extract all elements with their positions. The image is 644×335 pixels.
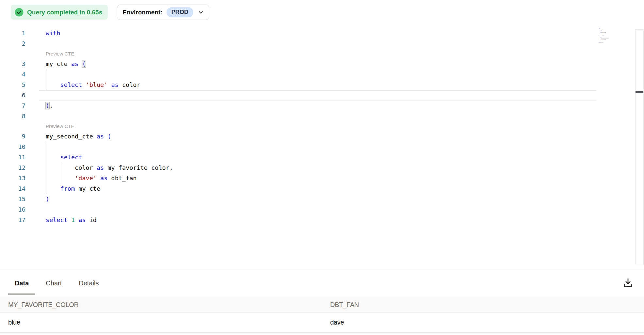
code-line-text: ), bbox=[46, 101, 53, 111]
line-number: 4 bbox=[0, 69, 39, 80]
code-line-text: ), bbox=[599, 34, 600, 34]
code-line-text: my_cte as ( bbox=[599, 30, 602, 31]
line-number: 10 bbox=[0, 142, 39, 152]
code-line[interactable]: 1with bbox=[0, 28, 644, 39]
code-line-text: my_second_cte as ( bbox=[46, 131, 111, 142]
table-row[interactable]: bluedave bbox=[0, 312, 644, 333]
code-line[interactable]: 8 bbox=[0, 111, 644, 121]
results-tab-bar: DataChartDetails bbox=[0, 269, 644, 297]
tab-data[interactable]: Data bbox=[8, 269, 35, 297]
results-table-body: bluedave bbox=[0, 312, 644, 333]
code-lines: 1with2Preview CTE3my_cte as (45 select '… bbox=[0, 24, 644, 225]
code-line[interactable]: 12 color as my_favorite_color, bbox=[0, 163, 644, 173]
line-number: 14 bbox=[0, 183, 39, 194]
code-line[interactable]: 11 select bbox=[0, 152, 644, 163]
code-line[interactable]: 5 select 'blue' as color bbox=[0, 80, 644, 90]
chevron-down-icon bbox=[198, 9, 204, 15]
line-number: 5 bbox=[0, 80, 39, 90]
line-number: 16 bbox=[0, 204, 39, 215]
results-table-header: MY_FAVORITE_COLORDBT_FAN bbox=[0, 297, 644, 312]
code-editor[interactable]: 1with2Preview CTE3my_cte as (45 select '… bbox=[0, 24, 644, 269]
environment-label: Environment: bbox=[122, 9, 162, 16]
minimap[interactable]: withPreview CTEmy_cte as ( select 'blue'… bbox=[599, 28, 635, 67]
code-line[interactable]: 6 bbox=[0, 90, 644, 101]
code-line-text: select bbox=[46, 152, 82, 163]
code-line-text: 'dave' as dbt_fan bbox=[46, 173, 137, 183]
table-cell: dave bbox=[322, 319, 644, 326]
code-line[interactable]: 15) bbox=[0, 194, 644, 204]
topbar: Query completed in 0.65s Environment: PR… bbox=[0, 0, 644, 24]
environment-value-badge: PROD bbox=[167, 7, 193, 17]
tab-chart[interactable]: Chart bbox=[39, 269, 68, 297]
query-status-badge: Query completed in 0.65s bbox=[11, 5, 108, 20]
line-number: 2 bbox=[0, 39, 39, 49]
code-line[interactable]: 9my_second_cte as ( bbox=[0, 131, 644, 142]
code-line[interactable]: 17select 1 as id bbox=[0, 215, 644, 225]
line-number: 1 bbox=[0, 28, 39, 39]
column-header: MY_FAVORITE_COLOR bbox=[0, 301, 322, 309]
column-header: DBT_FAN bbox=[322, 301, 644, 309]
code-line[interactable]: 14 from my_cte bbox=[0, 183, 644, 194]
line-number: 11 bbox=[0, 152, 39, 163]
minimap-content: withPreview CTEmy_cte as ( select 'blue'… bbox=[599, 28, 635, 43]
code-line-text: from my_cte bbox=[46, 183, 100, 194]
results-panel: DataChartDetails MY_FAVORITE_COLORDBT_FA… bbox=[0, 269, 644, 333]
sql-editor-page: Query completed in 0.65s Environment: PR… bbox=[0, 0, 644, 335]
query-status-text: Query completed in 0.65s bbox=[27, 9, 102, 16]
tab-details[interactable]: Details bbox=[72, 269, 105, 297]
preview-cte-button[interactable]: Preview CTE bbox=[0, 49, 644, 59]
code-line-text: with bbox=[599, 28, 600, 29]
code-line-text: from my_cte bbox=[599, 40, 604, 40]
code-line-text: select 'blue' as color bbox=[599, 32, 606, 33]
code-line-text: select 'blue' as color bbox=[46, 80, 140, 90]
code-line-text: my_cte as ( bbox=[46, 59, 86, 69]
table-cell: blue bbox=[0, 319, 322, 326]
line-number: 8 bbox=[0, 111, 39, 121]
preview-cte-button[interactable]: Preview CTE bbox=[0, 121, 644, 131]
line-number: 13 bbox=[0, 173, 39, 183]
line-number: 12 bbox=[0, 163, 39, 173]
line-number: 6 bbox=[0, 90, 39, 101]
scrollbar-marker bbox=[636, 91, 643, 93]
line-number: 7 bbox=[0, 101, 39, 111]
code-line-text: ) bbox=[46, 194, 49, 204]
line-number: 9 bbox=[0, 131, 39, 142]
line-number: 17 bbox=[0, 215, 39, 225]
download-button[interactable] bbox=[622, 277, 634, 290]
check-circle-icon bbox=[15, 8, 24, 17]
code-line[interactable]: 7), bbox=[0, 101, 644, 111]
code-line[interactable]: 2 bbox=[0, 39, 644, 49]
line-number: 3 bbox=[0, 59, 39, 69]
download-icon bbox=[622, 285, 634, 290]
code-line[interactable]: 13 'dave' as dbt_fan bbox=[0, 173, 644, 183]
code-line-text: my_second_cte as ( bbox=[599, 36, 604, 37]
code-line-text: ) bbox=[599, 40, 600, 41]
code-line[interactable]: 10 bbox=[0, 142, 644, 152]
code-line[interactable]: 4 bbox=[0, 69, 644, 80]
code-line-text: select 1 as id bbox=[599, 42, 603, 43]
environment-dropdown[interactable]: Environment: PROD bbox=[117, 5, 209, 20]
code-line[interactable]: 16 bbox=[0, 204, 644, 215]
code-line[interactable]: 3my_cte as ( bbox=[0, 59, 644, 69]
code-line-text: color as my_favorite_color, bbox=[46, 163, 173, 173]
line-number: 15 bbox=[0, 194, 39, 204]
scrollbar-track[interactable] bbox=[635, 29, 644, 265]
code-line-text: select 1 as id bbox=[46, 215, 97, 225]
code-line-text: with bbox=[46, 28, 60, 39]
